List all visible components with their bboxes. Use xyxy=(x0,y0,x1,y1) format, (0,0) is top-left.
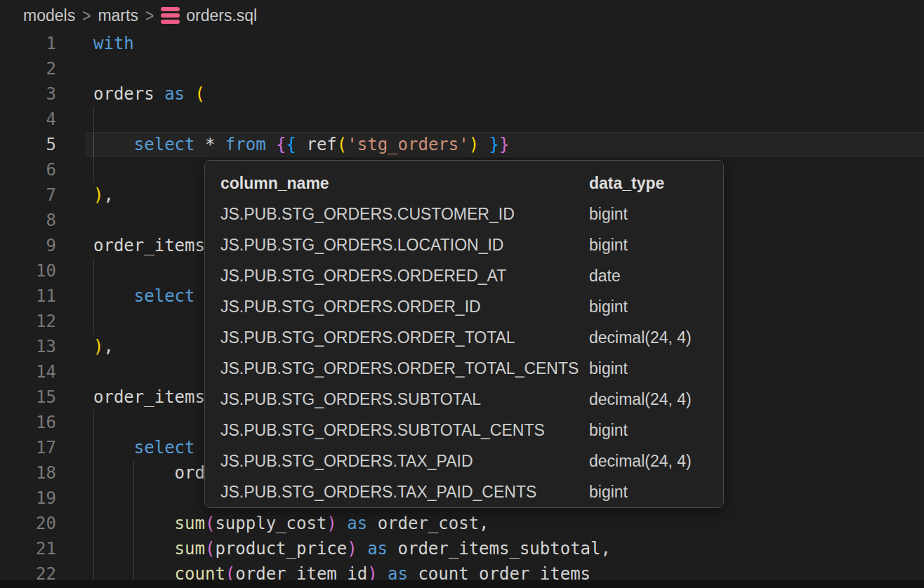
popup-header-column-name: column_name xyxy=(220,168,329,199)
breadcrumb-item-file[interactable]: orders.sql xyxy=(161,6,257,25)
popup-cell-column-name: JS.PUB.STG_ORDERS.SUBTOTAL xyxy=(220,384,481,415)
breadcrumb-item-marts[interactable]: marts xyxy=(98,6,138,25)
popup-cell-data-type: bigint xyxy=(589,229,628,260)
code-line-2[interactable]: 2 xyxy=(0,56,924,81)
code-text: select * from {{ ref('stg_orders') }} xyxy=(93,132,509,157)
window-bottom-edge xyxy=(0,580,924,588)
line-number: 18 xyxy=(0,460,56,486)
line-number: 2 xyxy=(0,56,56,81)
code-line-4[interactable]: 4 xyxy=(0,107,924,132)
popup-cell-data-type: decimal(24, 4) xyxy=(589,322,692,353)
popup-row: JS.PUB.STG_ORDERS.ORDER_TOTAL_CENTSbigin… xyxy=(205,353,723,384)
code-line-3[interactable]: 3orders as ( xyxy=(0,81,924,107)
indent-guide xyxy=(93,133,94,156)
popup-cell-data-type: bigint xyxy=(589,476,628,507)
code-text: order_items xyxy=(93,233,205,258)
line-number: 9 xyxy=(0,233,56,258)
code-text: select xyxy=(93,283,195,309)
line-number: 19 xyxy=(0,486,56,511)
popup-row: JS.PUB.STG_ORDERS.SUBTOTAL_CENTSbigint xyxy=(205,415,723,446)
line-number: 14 xyxy=(0,359,56,385)
breadcrumb: models > marts > orders.sql xyxy=(0,0,924,31)
popup-cell-data-type: bigint xyxy=(589,199,628,229)
code-line-5[interactable]: 5 select * from {{ ref('stg_orders') }} xyxy=(0,132,924,157)
popup-row: JS.PUB.STG_ORDERS.ORDERED_ATdate xyxy=(205,260,723,291)
file-name: orders.sql xyxy=(186,6,257,25)
popup-cell-column-name: JS.PUB.STG_ORDERS.TAX_PAID_CENTS xyxy=(220,476,536,507)
line-number: 1 xyxy=(0,31,56,56)
code-text: ord xyxy=(93,460,205,486)
line-number: 13 xyxy=(0,334,56,359)
popup-cell-column-name: JS.PUB.STG_ORDERS.ORDER_TOTAL_CENTS xyxy=(220,353,579,384)
line-number: 5 xyxy=(0,132,56,157)
database-icon xyxy=(161,7,180,24)
line-number: 11 xyxy=(0,283,56,309)
code-text: sum(supply_cost) as order_cost, xyxy=(93,511,489,536)
popup-row: JS.PUB.STG_ORDERS.TAX_PAIDdecimal(24, 4) xyxy=(205,446,723,476)
popup-cell-column-name: JS.PUB.STG_ORDERS.ORDER_ID xyxy=(220,291,481,322)
popup-cell-data-type: bigint xyxy=(589,353,628,384)
chevron-right-icon: > xyxy=(82,5,91,26)
code-line-20[interactable]: 20 sum(supply_cost) as order_cost, xyxy=(0,511,924,536)
popup-row: JS.PUB.STG_ORDERS.LOCATION_IDbigint xyxy=(205,229,723,260)
popup-row: JS.PUB.STG_ORDERS.ORDER_IDbigint xyxy=(205,291,723,322)
code-text: with xyxy=(93,31,134,56)
code-text: ), xyxy=(93,334,114,359)
code-text: sum(product_price) as order_items_subtot… xyxy=(93,536,611,561)
popup-row: JS.PUB.STG_ORDERS.TAX_PAID_CENTSbigint xyxy=(205,476,723,507)
popup-cell-column-name: JS.PUB.STG_ORDERS.LOCATION_ID xyxy=(220,229,503,260)
line-number: 20 xyxy=(0,511,56,536)
popup-cell-column-name: JS.PUB.STG_ORDERS.TAX_PAID xyxy=(220,446,473,476)
popup-cell-column-name: JS.PUB.STG_ORDERS.SUBTOTAL_CENTS xyxy=(220,415,545,446)
breadcrumb-item-models[interactable]: models xyxy=(23,6,75,25)
line-number: 8 xyxy=(0,208,56,233)
popup-cell-data-type: decimal(24, 4) xyxy=(589,446,692,476)
popup-cell-column-name: JS.PUB.STG_ORDERS.ORDER_TOTAL xyxy=(220,322,515,353)
code-line-1[interactable]: 1with xyxy=(0,31,924,56)
line-number: 12 xyxy=(0,309,56,334)
code-text: ), xyxy=(93,182,114,208)
code-line-21[interactable]: 21 sum(product_price) as order_items_sub… xyxy=(0,536,924,561)
popup-cell-column-name: JS.PUB.STG_ORDERS.CUSTOMER_ID xyxy=(220,199,515,229)
line-number: 4 xyxy=(0,107,56,132)
popup-cell-data-type: bigint xyxy=(589,415,628,446)
popup-rows: JS.PUB.STG_ORDERS.CUSTOMER_IDbigintJS.PU… xyxy=(205,199,723,507)
chevron-right-icon: > xyxy=(145,5,154,26)
line-number: 17 xyxy=(0,435,56,460)
popup-row: JS.PUB.STG_ORDERS.CUSTOMER_IDbigint xyxy=(205,199,723,229)
popup-row: JS.PUB.STG_ORDERS.ORDER_TOTALdecimal(24,… xyxy=(205,322,723,353)
code-editor-window: models > marts > orders.sql 1with23order… xyxy=(0,0,924,588)
line-number: 6 xyxy=(0,157,56,182)
line-number: 7 xyxy=(0,182,56,208)
code-text: order_items xyxy=(93,385,205,410)
line-number: 3 xyxy=(0,81,56,107)
line-number: 16 xyxy=(0,410,56,435)
code-text: orders as ( xyxy=(93,81,205,107)
editor-pane[interactable]: 1with23orders as (45 select * from {{ re… xyxy=(0,31,924,588)
popup-cell-data-type: bigint xyxy=(589,291,628,322)
popup-cell-data-type: decimal(24, 4) xyxy=(589,384,692,415)
popup-row: JS.PUB.STG_ORDERS.SUBTOTALdecimal(24, 4) xyxy=(205,384,723,415)
column-info-popup: column_name data_type JS.PUB.STG_ORDERS.… xyxy=(204,160,724,508)
popup-cell-column-name: JS.PUB.STG_ORDERS.ORDERED_AT xyxy=(220,260,506,291)
popup-header-row: column_name data_type xyxy=(205,168,723,199)
line-number: 21 xyxy=(0,536,56,561)
line-number: 15 xyxy=(0,385,56,410)
popup-cell-data-type: date xyxy=(589,260,621,291)
line-number: 10 xyxy=(0,258,56,283)
popup-header-data-type: data_type xyxy=(589,168,664,199)
code-text: select xyxy=(93,435,195,460)
